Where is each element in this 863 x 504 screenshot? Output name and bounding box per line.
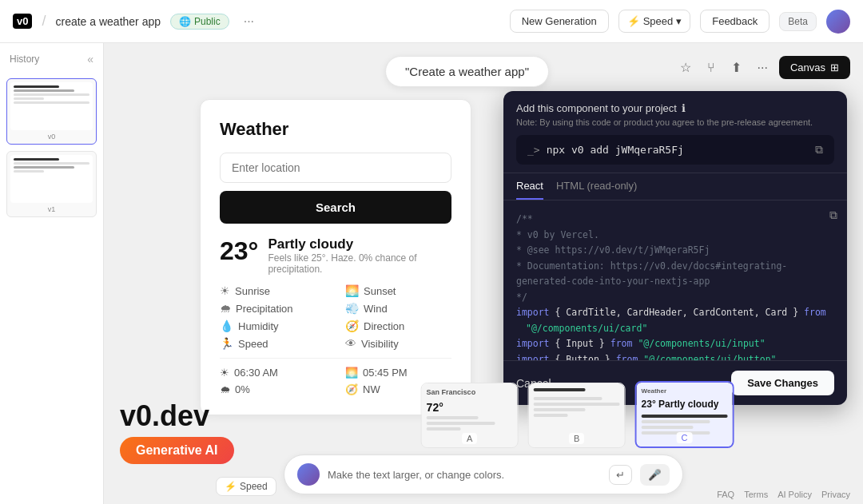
weather-feels-like: Feels like 25°. Haze. 0% chance of preci… (268, 252, 451, 275)
sunrise-icon: ☀ (220, 284, 230, 297)
command-text: npx v0 add jWMqeraR5Fj (547, 144, 684, 156)
time-direction-value: NW (363, 383, 380, 395)
visibility-icon: 👁 (345, 337, 356, 350)
code-line-6: import { CardTitle, CardHeader, CardCont… (516, 305, 834, 321)
weather-title: Weather (220, 119, 451, 140)
code-panel-note: Note: By using this code or product you … (516, 117, 834, 127)
thumb-b-label: B (569, 433, 584, 444)
tab-react[interactable]: React (516, 180, 543, 200)
thumbnail-a[interactable]: San Francisco 72° A (421, 383, 519, 448)
code-panel-header: Add this component to your project ℹ Not… (503, 91, 847, 173)
speed-button[interactable]: ⚡ Speed ▾ (618, 10, 691, 33)
chevron-down-icon: ▾ (676, 15, 682, 27)
stat-sunrise: ☀ Sunrise (220, 284, 326, 297)
time-sunrise-icon: ☀ (220, 367, 229, 379)
direction-icon: 🧭 (345, 319, 359, 332)
logo[interactable]: v0 (13, 14, 32, 29)
code-panel-title: Add this component to your project ℹ (516, 102, 834, 114)
speed-icon: 🏃 (220, 337, 233, 350)
code-line-9: import { Button } from "@/components/ui/… (516, 352, 834, 360)
main-layout: History « v0 (0, 43, 863, 504)
prompt-bar: "Create a weather app" (385, 56, 549, 87)
footer-terms[interactable]: Terms (744, 490, 768, 499)
public-badge[interactable]: 🌐 Public (170, 14, 229, 30)
content-area: "Create a weather app" ☆ ⑂ ⬆ ··· Canvas … (104, 43, 863, 504)
weather-search-button[interactable]: Search (220, 191, 451, 224)
sidebar: History « v0 (0, 43, 104, 504)
topbar-more-button[interactable]: ··· (239, 11, 259, 32)
history-label: History (10, 54, 39, 65)
speed-stat-label: Speed (238, 338, 268, 350)
sidebar-version-v0[interactable]: v0 (6, 78, 97, 145)
chat-send-button[interactable]: ↵ (609, 465, 632, 485)
sidebar-version-v1[interactable]: v1 (6, 151, 97, 217)
v0-logo-icon: v0 (13, 14, 32, 29)
generative-ai-badge: Generative AI (120, 437, 234, 464)
code-line-5: */ (516, 290, 834, 306)
time-direction-icon: 🧭 (345, 383, 358, 395)
code-line-1: /** (516, 212, 834, 228)
stat-wind: 💨 Wind (345, 302, 451, 315)
sidebar-collapse-button[interactable]: « (87, 53, 93, 65)
time-sunset: 🌅 05:45 PM (345, 367, 451, 379)
footer-privacy[interactable]: Privacy (821, 490, 850, 499)
visibility-label: Visibility (361, 338, 399, 350)
topbar-divider: / (42, 13, 46, 30)
direction-label: Direction (364, 320, 404, 332)
sunrise-label: Sunrise (235, 285, 270, 297)
canvas-label: Canvas (790, 62, 825, 73)
chat-mic-button[interactable]: 🎤 (640, 464, 670, 486)
info-icon: ℹ (682, 102, 686, 114)
stat-sunset: 🌅 Sunset (345, 284, 451, 297)
code-line-7: "@/components/ui/card" (516, 321, 834, 337)
tab-html[interactable]: HTML (read-only) (556, 180, 637, 200)
time-precip: 🌧 0% (220, 383, 326, 395)
code-tabs: React HTML (read-only) (503, 173, 847, 200)
action-bar: ☆ ⑂ ⬆ ··· Canvas ⊞ (675, 56, 850, 79)
thumbnail-b[interactable]: B (528, 383, 626, 448)
more-button[interactable]: ··· (753, 58, 773, 78)
cmd-prompt: _> (527, 144, 540, 156)
canvas-icon: ⊞ (830, 62, 839, 73)
stat-humidity: 💧 Humidity (220, 319, 326, 332)
footer-ai-policy[interactable]: AI Policy (777, 490, 812, 499)
user-avatar[interactable] (826, 10, 850, 34)
copy-code-button[interactable]: ⧉ (829, 208, 837, 222)
code-line-4: * Documentation: https://v0.dev/docs#int… (516, 259, 834, 290)
lightning-icon: ⚡ (627, 15, 640, 27)
new-generation-button[interactable]: New Generation (510, 10, 609, 33)
humidity-icon: 💧 (220, 319, 233, 332)
weather-location-input[interactable] (220, 153, 451, 183)
code-line-8: import { Input } from "@/components/ui/i… (516, 336, 834, 352)
star-button[interactable]: ☆ (675, 57, 696, 78)
feedback-button[interactable]: Feedback (700, 10, 770, 33)
weather-temp-row: 23° Partly cloudy Feels like 25°. Haze. … (220, 236, 451, 275)
weather-temperature: 23° (220, 236, 258, 266)
chat-input-text: Make the text larger, or change colors. (328, 469, 601, 481)
copy-command-button[interactable]: ⧉ (815, 143, 823, 157)
speed-label: Speed (643, 15, 674, 27)
save-changes-button[interactable]: Save Changes (731, 371, 834, 395)
sidebar-header: History « (6, 53, 97, 72)
branding: v0.dev Generative AI (120, 402, 234, 464)
share-button[interactable]: ⬆ (726, 57, 746, 78)
code-panel-title-text: Add this component to your project (516, 102, 677, 114)
wind-icon: 💨 (345, 302, 359, 315)
stat-visibility: 👁 Visibility (345, 337, 451, 350)
topbar: v0 / create a weather app 🌐 Public ··· N… (0, 0, 863, 43)
thumbnail-c[interactable]: Weather 23° Partly cloudy C (635, 381, 734, 448)
footer-faq[interactable]: FAQ (717, 490, 734, 499)
weather-app-card: Weather Search 23° Partly cloudy Feels l… (200, 99, 471, 415)
time-precip-value: 0% (235, 383, 250, 395)
canvas-button[interactable]: Canvas ⊞ (779, 56, 850, 79)
chat-avatar (297, 463, 320, 486)
weather-condition-title: Partly cloudy (268, 236, 451, 252)
public-label: Public (194, 16, 221, 27)
version-v1-label: v1 (10, 205, 93, 213)
fork-button[interactable]: ⑂ (702, 58, 720, 78)
thumb-a-label: A (462, 433, 477, 444)
brand-name: v0.dev (120, 402, 234, 431)
code-panel-command: _> npx v0 add jWMqeraR5Fj ⧉ (516, 135, 834, 165)
chat-input-area: Make the text larger, or change colors. … (284, 454, 683, 494)
precipitation-icon: 🌧 (220, 302, 231, 315)
